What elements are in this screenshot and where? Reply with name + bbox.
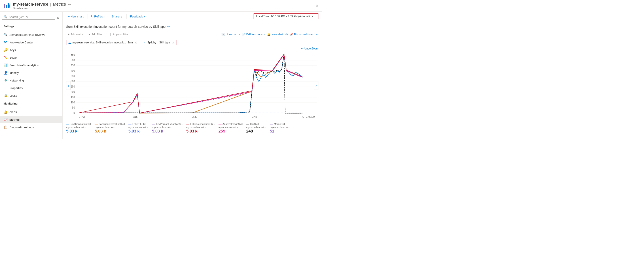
legend-skill-name: KeyPhraseExtractionS... — [156, 123, 183, 125]
svg-text:150: 150 — [71, 95, 75, 99]
chart-title-text: Sum Skill execution invocation count for… — [66, 25, 166, 29]
svg-rect-3 — [10, 5, 10, 8]
svg-text:250: 250 — [71, 85, 75, 88]
refresh-button[interactable]: ↻ Refresh — [89, 14, 106, 19]
svg-text:350: 350 — [71, 74, 75, 78]
legend-skill-name: TextTranslationSkill — [70, 123, 91, 125]
search-input[interactable] — [9, 15, 53, 19]
legend-item-language-detection: LanguageDetectionSkill my-search-service… — [95, 123, 125, 134]
edit-title-icon[interactable]: ✏ — [167, 25, 170, 29]
feedback-chevron-icon: ∨ — [144, 15, 146, 18]
chart-nav-left[interactable]: ‹ — [66, 81, 71, 90]
search-icon: 🔍 — [4, 15, 8, 19]
more-options-button[interactable]: ··· — [316, 33, 318, 36]
svg-text:0: 0 — [74, 111, 75, 115]
sidebar-item-locks[interactable]: 🔒 Locks — [0, 92, 62, 99]
service-name: my-search-service — [13, 2, 48, 7]
monitoring-section-label: Monitoring — [0, 99, 62, 106]
sidebar-item-properties[interactable]: ☰ Properties — [0, 84, 62, 92]
drill-logs-button[interactable]: 📄 Drill into Logs ∨ — [242, 33, 266, 36]
sidebar-item-search-traffic[interactable]: 📊 Search traffic analytics — [0, 61, 62, 69]
undo-zoom-button[interactable]: ↩ Undo Zoom — [66, 47, 318, 50]
chart-nav-right[interactable]: › — [314, 81, 318, 90]
toolbar-sep-1 — [87, 14, 88, 19]
svg-text:UTC-08:00: UTC-08:00 — [302, 115, 314, 118]
legend-header: EntityPIISkill — [128, 123, 146, 125]
toolbar-sep-3 — [126, 14, 126, 19]
sidebar-item-alerts[interactable]: 🔔 Alerts — [0, 108, 62, 116]
filter-tag-split-close[interactable]: ✕ — [172, 41, 174, 44]
legend-item-entity-recognition: EntityRecognitionSki... my-search-servic… — [186, 123, 215, 134]
search-box[interactable]: 🔍 — [2, 14, 55, 20]
drill-logs-chevron: ∨ — [264, 33, 266, 36]
sidebar-item-scale[interactable]: ✏️ Scale — [0, 54, 62, 61]
sidebar-item-label: Scale — [10, 56, 17, 59]
sidebar-item-label: Diagnostic settings — [10, 126, 34, 129]
search-traffic-icon: 📊 — [4, 63, 8, 67]
legend-skill-name: MergeSkill — [274, 123, 285, 125]
sidebar-item-networking[interactable]: ⚙ Networking — [0, 77, 62, 84]
feedback-label: Feedback — [130, 15, 143, 18]
legend-service: my-search-service — [270, 126, 290, 128]
more-icon: ··· — [316, 33, 318, 36]
close-button[interactable]: ✕ — [316, 4, 318, 8]
legend-service: my-search-service — [186, 126, 206, 128]
legend-value: 5.03 k — [95, 129, 106, 134]
svg-text:200: 200 — [71, 90, 75, 94]
identity-icon: 👤 — [4, 71, 8, 75]
sidebar-item-diagnostic[interactable]: 📋 Diagnostic settings — [0, 123, 62, 131]
add-metric-plus-icon: ✦ — [68, 33, 70, 36]
new-alert-button[interactable]: 🔔 New alert rule — [267, 33, 288, 36]
line-chart-icon: 📉 — [222, 33, 225, 36]
legend-header: OcrSkill — [246, 123, 259, 125]
svg-text:450: 450 — [71, 64, 75, 67]
svg-text:2:45: 2:45 — [252, 115, 257, 118]
legend-value: 5.03 k — [152, 129, 163, 134]
svg-rect-1 — [6, 5, 7, 8]
legend-color-bar — [186, 124, 190, 124]
sidebar-item-label: Locks — [10, 94, 17, 97]
legend-header: LanguageDetectionSkill — [95, 123, 125, 125]
sidebar-item-keys[interactable]: 🔑 Keys — [0, 46, 62, 54]
legend-color-bar — [246, 124, 249, 124]
legend-header: EntityRecognitionSki... — [186, 123, 215, 125]
header-more-button[interactable]: ··· — [68, 3, 71, 7]
legend-value: 259 — [218, 129, 225, 134]
legend-item-entity-pii: EntityPIISkill my-search-service 5.03 k — [128, 123, 148, 134]
share-button[interactable]: Share ∨ — [110, 14, 124, 19]
toolbar-sep-2 — [108, 14, 108, 19]
filter-tag-split-text: Split by = Skill type — [147, 41, 170, 44]
chart-container: Sum Skill execution invocation count for… — [62, 21, 322, 139]
sidebar-item-identity[interactable]: 👤 Identity — [0, 69, 62, 77]
share-label: Share — [112, 15, 120, 18]
sidebar-item-knowledge-center[interactable]: 🗺 Knowledge Center — [0, 39, 62, 46]
settings-section-label: Settings — [0, 22, 62, 29]
undo-zoom-label: Undo Zoom — [304, 47, 318, 50]
svg-rect-0 — [4, 4, 5, 8]
sidebar-item-semantic-search[interactable]: 🔍 Semantic Search (Preview) — [0, 31, 62, 39]
apply-splitting-button[interactable]: ⋮⋮ Apply splitting — [105, 33, 131, 37]
sidebar-item-label: Properties — [10, 86, 22, 90]
time-range-button[interactable]: Local Time: 1/3 1:59 PM - 2:59 PM (Autom… — [254, 14, 318, 19]
line-chart-button[interactable]: 📉 Line chart ∨ — [222, 33, 240, 36]
sidebar-collapse-button[interactable]: « — [55, 15, 60, 21]
add-filter-button[interactable]: ▼ Add filter — [86, 33, 103, 37]
filter-tag-split: ⋮ Split by = Skill type ✕ — [141, 40, 176, 45]
sidebar-search-area: 🔍 « — [0, 12, 62, 22]
legend-color-bar — [95, 124, 98, 124]
locks-icon: 🔒 — [4, 94, 8, 98]
pin-dashboard-button[interactable]: 📌 Pin to dashboard — [290, 33, 314, 36]
add-filter-label: Add filter — [92, 33, 102, 36]
legend-item-ocr-skill: OcrSkill my-search-service 248 — [246, 123, 266, 134]
sidebar-item-label: Metrics — [10, 118, 20, 121]
add-metric-button[interactable]: ✦ Add metric — [66, 33, 85, 37]
legend-header: KeyPhraseExtractionS... — [152, 123, 183, 125]
pin-dashboard-label: Pin to dashboard — [294, 33, 314, 36]
legend-service: my-search-service — [95, 126, 115, 128]
feedback-button[interactable]: Feedback ∨ — [128, 14, 148, 19]
filter-tag-metric-close[interactable]: ✕ — [134, 41, 137, 44]
svg-text:2:30: 2:30 — [192, 115, 197, 118]
sidebar-item-metrics[interactable]: 📈 Metrics — [0, 116, 62, 123]
new-chart-button[interactable]: + New chart — [66, 14, 86, 19]
page-title: Metrics — [53, 2, 66, 7]
